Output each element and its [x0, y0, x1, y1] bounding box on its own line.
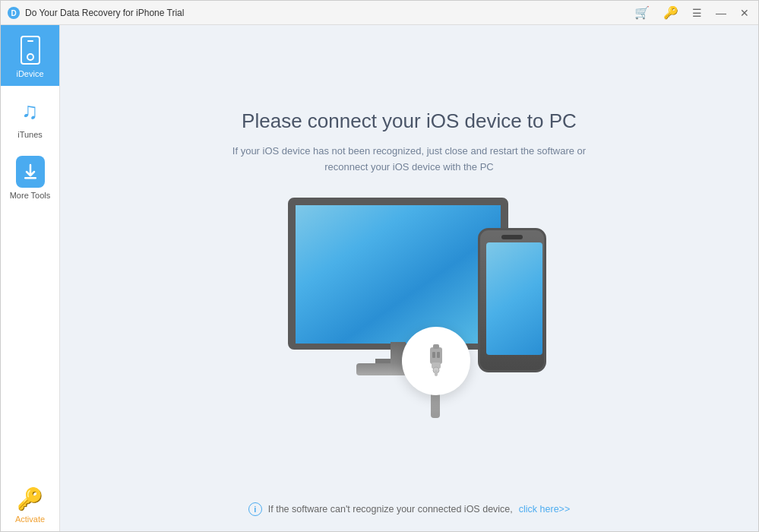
activate-icon: 🔑: [17, 486, 43, 511]
svg-rect-9: [437, 352, 440, 358]
connect-title: Please connect your iOS device to PC: [242, 109, 577, 133]
info-icon: i: [248, 502, 262, 516]
connect-illustration: [250, 198, 569, 433]
svg-rect-4: [433, 344, 439, 349]
content-area: Please connect your iOS device to PC If …: [60, 25, 758, 532]
activate-label: Activate: [15, 515, 45, 524]
bottom-info-text: If the software can't recognize your con…: [268, 504, 513, 515]
sidebar-label-itunes: iTunes: [17, 130, 43, 139]
sidebar-label-idevice: iDevice: [16, 69, 43, 78]
usb-plug-icon: [416, 341, 456, 381]
window-title: Do Your Data Recovery for iPhone Trial: [25, 8, 631, 18]
svg-rect-3: [430, 347, 442, 364]
connect-subtitle: If your iOS device has not been recogniz…: [232, 144, 586, 176]
idevice-icon: [16, 36, 45, 65]
svg-rect-8: [432, 352, 435, 358]
sidebar-item-itunes[interactable]: ♫ iTunes: [1, 86, 59, 147]
app-icon: D: [7, 6, 21, 20]
buy-button[interactable]: 🛒: [631, 4, 653, 21]
phone-graphic: [478, 228, 546, 372]
moretools-icon: [16, 157, 45, 186]
register-button[interactable]: 🔑: [660, 4, 682, 21]
monitor-screen: [288, 198, 508, 350]
itunes-icon: ♫: [16, 97, 45, 125]
window-controls: 🛒 🔑 ☰ — ✕: [631, 4, 752, 21]
usb-connector: [402, 327, 470, 395]
sidebar-item-activate[interactable]: 🔑 Activate: [1, 476, 59, 532]
title-bar: D Do Your Data Recovery for iPhone Trial…: [1, 1, 758, 25]
main-layout: iDevice ♫ iTunes More Tools 🔑: [1, 25, 758, 532]
svg-rect-2: [24, 177, 36, 179]
sidebar-item-idevice[interactable]: iDevice: [1, 25, 59, 86]
click-here-link[interactable]: click here>>: [519, 504, 570, 515]
bottom-info-bar: i If the software can't recognize your c…: [60, 502, 758, 516]
svg-text:D: D: [11, 9, 16, 17]
menu-button[interactable]: ☰: [689, 5, 705, 21]
minimize-button[interactable]: —: [713, 5, 729, 21]
close-button[interactable]: ✕: [737, 5, 752, 21]
phone-screen: [486, 242, 542, 355]
sidebar-label-moretools: More Tools: [10, 191, 51, 200]
phone-body: [478, 228, 546, 372]
sidebar-item-moretools[interactable]: More Tools: [1, 147, 59, 207]
svg-rect-7: [435, 370, 438, 376]
phone-notch: [501, 235, 523, 239]
sidebar: iDevice ♫ iTunes More Tools 🔑: [1, 25, 60, 532]
